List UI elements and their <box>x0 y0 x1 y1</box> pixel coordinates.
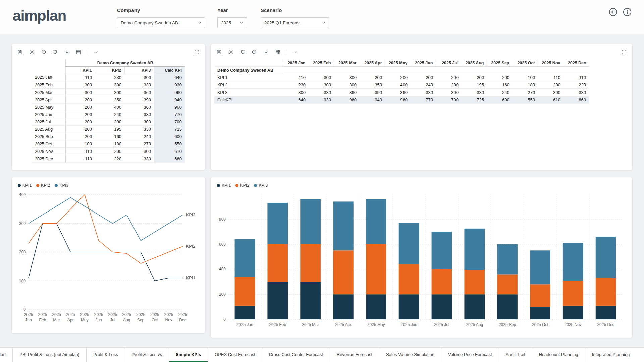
bar-segment-kpi1[interactable] <box>333 294 354 319</box>
bar-segment-kpi1[interactable] <box>366 294 386 319</box>
cell-value[interactable]: 330 <box>124 81 154 89</box>
bar-segment-kpi2[interactable] <box>530 284 550 307</box>
bar-segment-kpi2[interactable] <box>267 244 288 282</box>
tab-simple-kpis[interactable]: Simple KPIs <box>169 348 208 362</box>
cell-value[interactable]: 200 <box>436 74 462 81</box>
download-icon[interactable] <box>263 49 269 55</box>
year-dropdown[interactable]: 2025 <box>217 17 247 28</box>
legend-item[interactable]: KPI3 <box>55 183 68 188</box>
cell-value[interactable]: 195 <box>95 126 124 133</box>
cell-value[interactable]: 360 <box>124 89 154 96</box>
bar-segment-kpi1[interactable] <box>530 307 550 319</box>
cell-value[interactable]: 220 <box>564 81 589 89</box>
cell-value[interactable]: 300 <box>334 74 360 81</box>
cell-value[interactable]: 195 <box>462 81 487 89</box>
tab-sales-volume-simulation[interactable]: Sales Volume Simulation <box>379 348 441 362</box>
cell-value[interactable]: 300 <box>538 89 564 96</box>
bar-segment-kpi3[interactable] <box>464 229 485 270</box>
save-icon[interactable] <box>17 49 23 55</box>
cell-value[interactable]: 220 <box>95 155 124 163</box>
cell-value[interactable]: 200 <box>411 74 436 81</box>
cell-value[interactable]: 200 <box>65 133 95 140</box>
tab-opex-cost-forecast[interactable]: OPEX Cost Forecast <box>208 348 262 362</box>
cell-value[interactable]: 300 <box>95 81 124 89</box>
redo-icon[interactable] <box>252 49 257 55</box>
cell-value[interactable]: 940 <box>154 96 185 104</box>
cell-value[interactable]: 350 <box>360 81 385 89</box>
bar-segment-kpi2[interactable] <box>399 264 419 294</box>
bar-segment-kpi3[interactable] <box>399 223 419 264</box>
cell-value[interactable]: 360 <box>124 104 154 111</box>
cell-value[interactable]: 550 <box>154 140 185 148</box>
bar-segment-kpi1[interactable] <box>267 282 288 319</box>
tab-revenue-forecast[interactable]: Revenue Forecast <box>330 348 379 362</box>
cell-value[interactable]: 600 <box>154 133 185 140</box>
cell-value[interactable]: 960 <box>385 96 411 104</box>
legend-item[interactable]: KPI2 <box>36 183 50 188</box>
cell-value[interactable]: 300 <box>436 89 462 96</box>
cell-value[interactable]: 300 <box>65 81 95 89</box>
tab-pbi-profit-loss-not-aimplan[interactable]: PBI Profit & Loss (not Aimplan) <box>12 348 86 362</box>
cell-value[interactable]: 390 <box>124 96 154 104</box>
cell-value[interactable]: 330 <box>309 89 334 96</box>
cell-value[interactable]: 700 <box>436 96 462 104</box>
cell-value[interactable]: 240 <box>411 81 436 89</box>
bar-segment-kpi2[interactable] <box>235 277 255 306</box>
cell-value[interactable]: 330 <box>462 89 487 96</box>
tab-audit-trail[interactable]: Audit Trail <box>499 348 532 362</box>
expand-icon[interactable] <box>621 49 627 55</box>
bar-segment-kpi2[interactable] <box>464 270 485 294</box>
expand-icon[interactable] <box>194 49 200 55</box>
bar-segment-kpi3[interactable] <box>596 237 616 278</box>
cell-value[interactable]: 200 <box>360 74 385 81</box>
cell-value[interactable]: 180 <box>95 140 124 148</box>
cell-value[interactable]: 960 <box>334 96 360 104</box>
bar-segment-kpi3[interactable] <box>235 239 255 277</box>
bar-segment-kpi2[interactable] <box>432 269 452 294</box>
legend-item[interactable]: KPI2 <box>235 183 249 188</box>
cell-value[interactable]: 200 <box>65 126 95 133</box>
cell-value[interactable]: 110 <box>65 74 95 81</box>
cell-value[interactable]: 330 <box>124 111 154 118</box>
line-series-kpi3[interactable] <box>29 198 183 241</box>
legend-item[interactable]: KPI3 <box>254 183 268 188</box>
cell-value[interactable]: 180 <box>513 81 538 89</box>
cell-value[interactable]: 300 <box>309 81 334 89</box>
bar-segment-kpi1[interactable] <box>235 306 255 319</box>
cell-value[interactable]: 360 <box>385 89 411 96</box>
close-icon[interactable] <box>228 49 234 55</box>
cell-value[interactable]: 100 <box>65 140 95 148</box>
cell-value[interactable]: 960 <box>154 104 185 111</box>
cell-value[interactable]: 300 <box>95 89 124 96</box>
cell-value[interactable]: 550 <box>513 96 538 104</box>
cell-value[interactable]: 240 <box>95 111 124 118</box>
cell-value[interactable]: 200 <box>65 104 95 111</box>
cell-value[interactable]: 640 <box>154 74 185 81</box>
legend-item[interactable]: KPI1 <box>217 183 231 188</box>
cell-value[interactable]: 160 <box>487 81 513 89</box>
bar-segment-kpi3[interactable] <box>432 232 452 269</box>
cell-value[interactable]: 200 <box>65 111 95 118</box>
cell-value[interactable]: 610 <box>538 96 564 104</box>
cell-value[interactable]: 330 <box>124 155 154 163</box>
bar-segment-kpi2[interactable] <box>563 281 583 306</box>
tab-profit-loss-vs[interactable]: Profit & Loss vs <box>125 348 169 362</box>
cell-value[interactable]: 770 <box>411 96 436 104</box>
save-icon[interactable] <box>216 49 222 55</box>
bar-segment-kpi1[interactable] <box>300 282 321 319</box>
cell-value[interactable]: 600 <box>487 96 513 104</box>
cell-value[interactable]: 110 <box>65 155 95 163</box>
bar-segment-kpi2[interactable] <box>300 244 321 282</box>
bar-segment-kpi1[interactable] <box>399 294 419 319</box>
bar-segment-kpi3[interactable] <box>366 199 386 244</box>
chevron-down-icon[interactable] <box>293 50 298 54</box>
bar-segment-kpi3[interactable] <box>300 199 321 244</box>
cell-value[interactable]: 230 <box>283 81 309 89</box>
cell-value[interactable]: 110 <box>538 74 564 81</box>
bar-segment-kpi3[interactable] <box>530 250 550 284</box>
bar-segment-kpi2[interactable] <box>596 278 616 306</box>
download-icon[interactable] <box>64 49 70 55</box>
cell-value[interactable]: 200 <box>65 96 95 104</box>
cell-value[interactable]: 160 <box>95 133 124 140</box>
cell-value[interactable]: 660 <box>154 155 185 163</box>
